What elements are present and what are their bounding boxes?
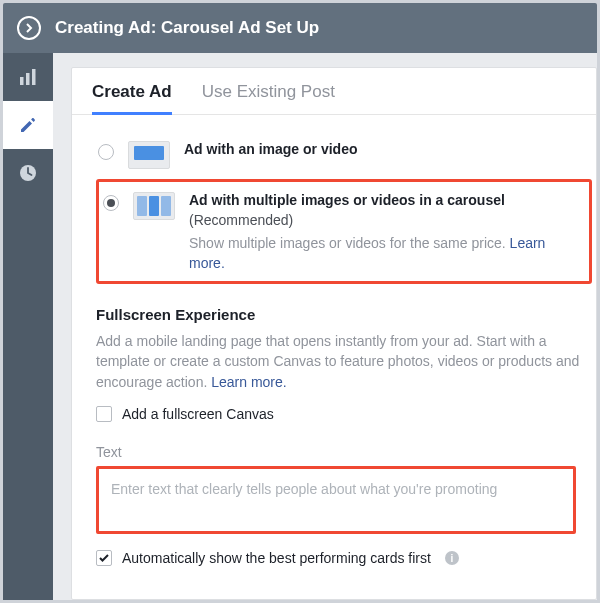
svg-rect-2 [32, 69, 36, 85]
page-title: Creating Ad: Carousel Ad Set Up [55, 18, 319, 38]
tabs: Create Ad Use Existing Post [72, 68, 596, 115]
sidebar-item-history[interactable] [3, 149, 53, 197]
checkbox-checked-icon[interactable] [96, 550, 112, 566]
fullscreen-title: Fullscreen Experience [96, 306, 592, 323]
option-carousel-title: Ad with multiple images or videos in a c… [189, 190, 585, 210]
option-carousel-desc: Show multiple images or videos for the s… [189, 233, 585, 274]
sidebar-item-insights[interactable] [3, 53, 53, 101]
text-label: Text [96, 444, 592, 460]
auto-best-cards[interactable]: Automatically show the best performing c… [96, 550, 592, 566]
text-section: Text Enter text that clearly tells peopl… [96, 444, 592, 566]
option-carousel-recommended: (Recommended) [189, 210, 585, 230]
auto-best-cards-label: Automatically show the best performing c… [122, 550, 431, 566]
option-single-media[interactable]: Ad with an image or video [96, 133, 592, 175]
chevron-right-circle-icon[interactable] [17, 16, 41, 40]
thumb-single-icon [128, 141, 170, 169]
learn-more-link[interactable]: Learn more. [211, 374, 286, 390]
svg-rect-0 [20, 77, 24, 85]
page-header: Creating Ad: Carousel Ad Set Up [3, 3, 597, 53]
sidebar-item-edit[interactable] [3, 101, 53, 149]
card: Create Ad Use Existing Post Ad with an i… [71, 67, 597, 600]
svg-rect-1 [26, 73, 30, 85]
checkbox-unchecked-icon[interactable] [96, 406, 112, 422]
ad-text-input[interactable]: Enter text that clearly tells people abo… [96, 466, 576, 534]
option-single-title: Ad with an image or video [184, 139, 590, 159]
add-fullscreen-canvas-label: Add a fullscreen Canvas [122, 406, 274, 422]
content: Ad with an image or video Ad with multip… [72, 115, 596, 566]
add-fullscreen-canvas[interactable]: Add a fullscreen Canvas [96, 406, 592, 422]
option-carousel[interactable]: Ad with multiple images or videos in a c… [96, 179, 592, 284]
tab-use-existing-post[interactable]: Use Existing Post [202, 82, 335, 115]
radio-unchecked-icon[interactable] [98, 144, 114, 160]
tab-create-ad[interactable]: Create Ad [92, 82, 172, 115]
fullscreen-section: Fullscreen Experience Add a mobile landi… [96, 306, 592, 422]
body: Create Ad Use Existing Post Ad with an i… [3, 53, 597, 600]
radio-checked-icon[interactable] [103, 195, 119, 211]
main-panel: Create Ad Use Existing Post Ad with an i… [53, 53, 597, 600]
info-icon[interactable]: i [445, 551, 459, 565]
fullscreen-desc: Add a mobile landing page that opens ins… [96, 331, 592, 392]
thumb-carousel-icon [133, 192, 175, 220]
sidebar [3, 53, 53, 600]
